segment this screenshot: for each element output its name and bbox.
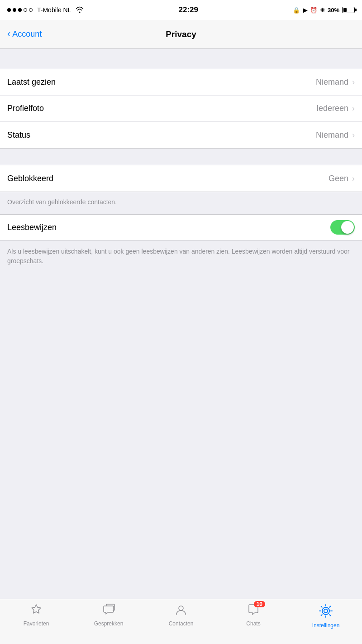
last-seen-row[interactable]: Laatst gezien Niemand ›: [0, 69, 362, 96]
chats-badge: 10: [254, 601, 265, 607]
blocked-chevron-icon: ›: [352, 174, 355, 183]
chats-label: Chats: [246, 620, 260, 627]
back-chevron-icon: ‹: [7, 28, 10, 40]
status-time: 22:29: [178, 5, 198, 14]
toggle-thumb: [341, 221, 354, 234]
profile-photo-label: Profielfoto: [7, 104, 44, 113]
status-chevron-icon: ›: [352, 130, 355, 140]
blocked-value-container: Geen ›: [329, 174, 355, 183]
back-label: Account: [12, 29, 42, 39]
location-icon: ▶: [303, 7, 307, 14]
alarm-icon: ⏰: [310, 7, 317, 14]
status-value: Niemand: [316, 130, 348, 140]
favorieten-label: Favorieten: [24, 620, 49, 627]
blocked-description: Overzicht van geblokkeerde contacten.: [0, 192, 362, 214]
back-button[interactable]: ‹ Account: [7, 29, 42, 40]
status-left: T-Mobile NL: [7, 6, 84, 14]
svg-point-2: [322, 607, 329, 615]
lock-icon: 🔒: [293, 7, 300, 14]
read-receipts-description: Als u leesbewijzen uitschakelt, kunt u o…: [0, 240, 362, 273]
middle-spacer: [0, 149, 362, 165]
tab-instellingen[interactable]: Instellingen: [290, 604, 362, 629]
nav-bar: ‹ Account Privacy: [0, 20, 362, 49]
status-right: 🔒 ▶ ⏰ ✳ 30%: [293, 7, 355, 14]
bluetooth-icon: ✳: [320, 7, 325, 14]
svg-point-0: [179, 606, 183, 610]
instellingen-icon: [319, 604, 333, 620]
tab-bar: Favorieten Gesprekken Contacten 10: [0, 599, 362, 644]
gesprekken-label: Gesprekken: [94, 620, 124, 627]
svg-point-1: [324, 609, 328, 613]
blocked-value: Geen: [329, 174, 348, 183]
read-receipts-row[interactable]: Leesbewijzen: [0, 214, 362, 240]
content-area: Laatst gezien Niemand › Profielfoto Iede…: [0, 49, 362, 273]
gesprekken-icon: [102, 604, 115, 619]
battery-indicator: [342, 7, 355, 13]
signal-dot-3: [18, 8, 22, 12]
tab-favorieten[interactable]: Favorieten: [0, 604, 72, 627]
top-spacer: [0, 49, 362, 69]
profile-photo-value: Iedereen: [316, 104, 348, 113]
blocked-label: Geblokkeerd: [7, 174, 53, 183]
favorieten-icon: [30, 604, 43, 619]
blocked-settings-group: Geblokkeerd Geen ›: [0, 165, 362, 192]
status-bar: T-Mobile NL 22:29 🔒 ▶ ⏰ ✳ 30%: [0, 0, 362, 20]
last-seen-value: Niemand: [316, 77, 348, 87]
status-value-container: Niemand ›: [316, 130, 355, 140]
blocked-row[interactable]: Geblokkeerd Geen ›: [0, 165, 362, 192]
chats-icon: 10: [247, 604, 260, 619]
profile-photo-row[interactable]: Profielfoto Iedereen ›: [0, 96, 362, 122]
last-seen-label: Laatst gezien: [7, 77, 56, 87]
profile-photo-value-container: Iedereen ›: [316, 104, 355, 113]
contacten-label: Contacten: [169, 620, 194, 627]
tab-contacten[interactable]: Contacten: [145, 604, 217, 627]
carrier-label: T-Mobile NL: [37, 6, 71, 14]
signal-dot-5: [29, 8, 33, 12]
last-seen-chevron-icon: ›: [352, 77, 355, 87]
wifi-icon: [76, 6, 84, 14]
battery-percentage: 30%: [328, 7, 339, 14]
privacy-settings-group: Laatst gezien Niemand › Profielfoto Iede…: [0, 69, 362, 149]
page-title: Privacy: [166, 29, 196, 39]
status-label: Status: [7, 130, 30, 140]
tab-gesprekken[interactable]: Gesprekken: [72, 604, 145, 627]
read-receipts-label: Leesbewijzen: [7, 223, 57, 232]
read-receipts-toggle[interactable]: [330, 220, 355, 235]
signal-dot-2: [13, 8, 16, 12]
tab-chats[interactable]: 10 Chats: [217, 604, 290, 627]
profile-photo-chevron-icon: ›: [352, 104, 355, 113]
contacten-icon: [175, 604, 187, 619]
last-seen-value-container: Niemand ›: [316, 77, 355, 87]
status-row[interactable]: Status Niemand ›: [0, 122, 362, 148]
signal-dot-4: [24, 8, 27, 12]
signal-dot-1: [7, 8, 11, 12]
instellingen-label: Instellingen: [312, 622, 340, 629]
